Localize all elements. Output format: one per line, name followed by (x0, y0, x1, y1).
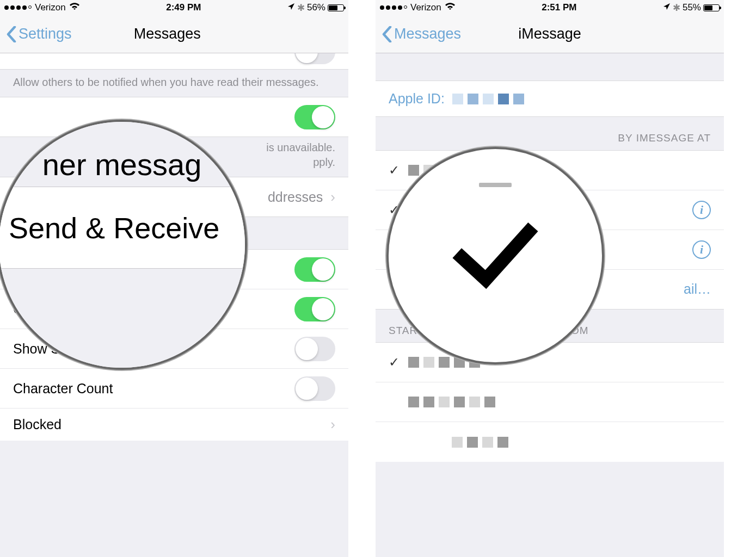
status-bar: Verizon 2:49 PM ✱ 56% (0, 0, 348, 15)
nav-title: iMessage (518, 26, 581, 42)
nav-bar: Messages iMessage (376, 15, 724, 53)
signal-strength-icon (4, 5, 32, 10)
partial-row-top (0, 53, 348, 70)
toggle-send-as-sms[interactable] (294, 105, 335, 129)
wifi-icon (445, 2, 456, 13)
checkmark-icon: ✓ (386, 163, 402, 178)
character-count-row[interactable]: Character Count (0, 368, 348, 409)
start-from-row-2[interactable]: ✓ (376, 382, 724, 422)
apple-id-label: Apple ID: (389, 91, 445, 107)
chevron-right-icon: › (330, 416, 335, 433)
add-email-label: ail… (684, 281, 711, 297)
battery-icon (328, 4, 344, 11)
row-label: Blocked (13, 417, 62, 432)
clock: 2:49 PM (166, 2, 201, 13)
blocked-row[interactable]: Blocked › (0, 408, 348, 441)
reached-at-header: BY IMESSAGE AT (376, 117, 724, 151)
chevron-right-icon: › (330, 189, 335, 206)
carrier-label: Verizon (35, 2, 66, 13)
magnifier-detail-bar (479, 183, 512, 187)
magnifier-callout (386, 147, 604, 364)
carrier-label: Verizon (410, 2, 441, 13)
battery-icon (703, 4, 720, 11)
toggle-show-subject[interactable] (294, 337, 335, 361)
magnifier-callout: ner messag Send & Receive (0, 120, 247, 370)
row-detail: ddresses (268, 189, 323, 205)
wifi-icon (69, 2, 80, 13)
read-receipts-footer: Allow others to be notified when you hav… (0, 70, 348, 97)
battery-percent: 56% (307, 2, 325, 13)
bluetooth-icon: ✱ (297, 2, 305, 14)
status-bar: Verizon 2:51 PM ✱ 55% (376, 0, 724, 15)
large-checkmark-icon (446, 218, 544, 294)
toggle-character-count[interactable] (294, 376, 335, 401)
address-redacted (452, 437, 508, 448)
clock: 2:51 PM (542, 2, 576, 13)
location-arrow-icon (663, 2, 671, 13)
signal-strength-icon (380, 5, 407, 10)
back-label: Settings (19, 26, 72, 42)
info-icon[interactable]: i (692, 201, 711, 219)
back-button[interactable]: Messages (382, 26, 461, 42)
apple-id-row[interactable]: Apple ID: (376, 81, 724, 117)
nav-title: Messages (134, 26, 201, 42)
battery-percent: 55% (683, 2, 701, 13)
start-from-row-3[interactable]: ✓ (376, 422, 724, 462)
magnifier-main-row: Send & Receive (0, 187, 245, 269)
bluetooth-icon: ✱ (673, 2, 680, 14)
toggle-mms[interactable] (294, 257, 335, 282)
screenshot-left: Verizon 2:49 PM ✱ 56% Settings Messages (0, 0, 348, 557)
location-arrow-icon (287, 2, 295, 13)
nav-bar: Settings Messages (0, 15, 348, 53)
row-label: Character Count (13, 381, 113, 397)
apple-id-redacted (452, 94, 524, 104)
toggle-group-messaging[interactable] (294, 297, 335, 321)
toggle-partial[interactable] (294, 53, 335, 64)
back-label: Messages (394, 26, 461, 42)
info-icon[interactable]: i (692, 240, 711, 259)
address-redacted (408, 397, 495, 407)
checkmark-icon: ✓ (386, 355, 402, 370)
back-button[interactable]: Settings (7, 26, 72, 42)
screenshot-right: Verizon 2:51 PM ✱ 55% Messages iMessage … (376, 0, 724, 557)
